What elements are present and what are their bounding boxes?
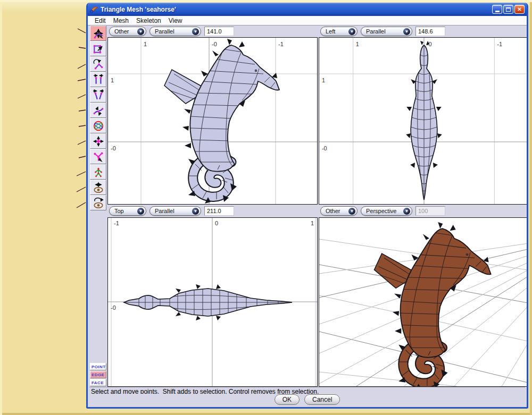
svg-text:-1: -1: [278, 41, 284, 47]
dropdown-arrow-icon: ▼: [192, 208, 199, 215]
projection-select[interactable]: Parallel ▼: [361, 27, 412, 36]
view-select-value: Top: [114, 208, 137, 214]
dropdown-arrow-icon: ▼: [192, 28, 199, 35]
scale-field: [415, 206, 445, 216]
close-button[interactable]: ✕: [514, 5, 525, 14]
projection-select[interactable]: Perspective ▼: [361, 206, 412, 216]
tool-rotate-button[interactable]: [90, 56, 106, 72]
seahorse-rendered: [374, 222, 491, 386]
scale-field[interactable]: [415, 27, 445, 36]
dropdown-arrow-icon: ▼: [403, 28, 410, 35]
move-outward-icon: [93, 105, 104, 116]
tool-move-select-button[interactable]: [90, 26, 106, 41]
viewport-grid: Other ▼ Parallel ▼ Left ▼ Parallel ▼: [107, 26, 525, 387]
edge-mode-button[interactable]: EDGE: [90, 371, 106, 378]
svg-text:-0: -0: [212, 41, 217, 47]
dropdown-arrow-icon: ▼: [348, 208, 355, 215]
main-area: POINT EDGE FACE Other ▼ Parallel ▼ Left: [89, 26, 525, 405]
app-icon: [90, 5, 98, 14]
projection-select[interactable]: Parallel ▼: [149, 206, 201, 216]
projection-select-value: Parallel: [155, 208, 192, 214]
skew-icon: [93, 74, 104, 86]
window-title: Triangle Mesh 'seahorse': [101, 6, 491, 13]
menu-mesh[interactable]: Mesh: [113, 17, 129, 24]
bevel-extrude-icon: [93, 135, 104, 147]
cancel-button[interactable]: Cancel: [304, 394, 340, 405]
viewport-header-top-left: Other ▼ Parallel ▼: [107, 26, 318, 37]
svg-text:1: 1: [111, 77, 114, 83]
scale-field[interactable]: [204, 27, 234, 36]
projection-select-value: Perspective: [366, 208, 403, 214]
menu-bar: Edit Mesh Skeleton View: [88, 16, 527, 26]
svg-text:-1: -1: [497, 41, 502, 47]
left-view-drawing: 1 -0 -1 1 -0: [319, 38, 528, 204]
view-select-value: Other: [114, 28, 137, 35]
ok-button[interactable]: OK: [275, 394, 300, 405]
viewport-header-top-right: Left ▼ Parallel ▼: [319, 26, 528, 37]
view-select[interactable]: Left ▼: [320, 27, 358, 36]
scale-field[interactable]: [204, 206, 234, 216]
close-icon: ✕: [517, 6, 521, 12]
viewport-canvas-top-right[interactable]: 1 -0 -1 1 -0: [319, 37, 528, 205]
view-select-value: Other: [326, 208, 348, 214]
rotate-icon: [93, 58, 104, 70]
minimize-button[interactable]: [492, 5, 502, 14]
viewport-header-bottom-left: Top ▼ Parallel ▼: [107, 205, 318, 217]
tool-skeleton-button[interactable]: [90, 164, 106, 180]
svg-text:1: 1: [144, 41, 147, 47]
svg-text:1: 1: [322, 77, 325, 83]
top-view-drawing: -1 0 1 -0: [108, 218, 317, 386]
svg-text:-1: -1: [114, 220, 119, 226]
menu-skeleton[interactable]: Skeleton: [136, 17, 161, 24]
app-window: Triangle Mesh 'seahorse' ✕ Edit Mesh Ske…: [86, 3, 528, 409]
tool-bevel-extrude-button[interactable]: [90, 133, 106, 149]
minimize-icon: [495, 11, 500, 12]
dropdown-arrow-icon: ▼: [403, 208, 410, 215]
seahorse-side-wireframe: [164, 39, 279, 204]
camera-rotate-icon: [93, 197, 104, 209]
svg-text:1: 1: [356, 41, 359, 47]
tool-taper-button[interactable]: [90, 87, 106, 103]
projection-select[interactable]: Parallel ▼: [149, 27, 201, 36]
maximize-button[interactable]: [503, 5, 513, 14]
svg-text:-0: -0: [322, 145, 327, 151]
view-select[interactable]: Other ▼: [109, 27, 146, 36]
point-mode-button[interactable]: POINT: [90, 363, 106, 370]
move-scale-rotate-icon: [93, 120, 104, 132]
view-select[interactable]: Other ▼: [320, 206, 358, 216]
menu-view[interactable]: View: [169, 17, 182, 24]
viewport-canvas-bottom-left[interactable]: -1 0 1 -0: [107, 217, 318, 387]
scale-icon: [93, 43, 104, 55]
titlebar[interactable]: Triangle Mesh 'seahorse' ✕: [88, 3, 527, 16]
desktop-background: { "window": { "title": "Triangle Mesh 's…: [0, 0, 532, 415]
tool-scale-button[interactable]: [90, 41, 106, 56]
seahorse-front-wireframe: [406, 41, 442, 200]
tool-move-outward-button[interactable]: [90, 103, 106, 118]
dropdown-arrow-icon: ▼: [137, 28, 144, 35]
dropdown-arrow-icon: ▼: [348, 28, 355, 35]
tool-camera-pan-button[interactable]: [90, 180, 106, 195]
front-view-drawing: 1 -0 -1 1 -0: [108, 38, 317, 204]
move-select-icon: [93, 28, 104, 39]
svg-text:0: 0: [215, 220, 218, 226]
view-select[interactable]: Top ▼: [109, 206, 146, 216]
tool-skew-button[interactable]: [90, 72, 106, 87]
tool-move-scale-rotate-button[interactable]: [90, 118, 106, 133]
menu-edit[interactable]: Edit: [95, 17, 106, 24]
taper-icon: [93, 89, 104, 101]
viewport-canvas-top-left[interactable]: 1 -0 -1 1 -0: [107, 37, 318, 205]
viewport-canvas-bottom-right[interactable]: [319, 217, 528, 387]
tool-camera-rotate-button[interactable]: [90, 195, 106, 210]
camera-pan-icon: [93, 182, 104, 193]
skeleton-icon: [93, 166, 104, 178]
svg-text:1: 1: [311, 220, 314, 226]
dropdown-arrow-icon: ▼: [137, 208, 144, 215]
add-vertices-icon: [93, 151, 104, 163]
tool-add-vertices-button[interactable]: [90, 149, 106, 164]
projection-select-value: Parallel: [155, 28, 192, 35]
maximize-icon: [506, 7, 511, 12]
projection-select-value: Parallel: [366, 28, 403, 35]
seahorse-top-wireframe: [124, 284, 292, 320]
face-mode-button[interactable]: FACE: [90, 379, 106, 386]
tool-palette: POINT EDGE FACE: [89, 26, 107, 405]
